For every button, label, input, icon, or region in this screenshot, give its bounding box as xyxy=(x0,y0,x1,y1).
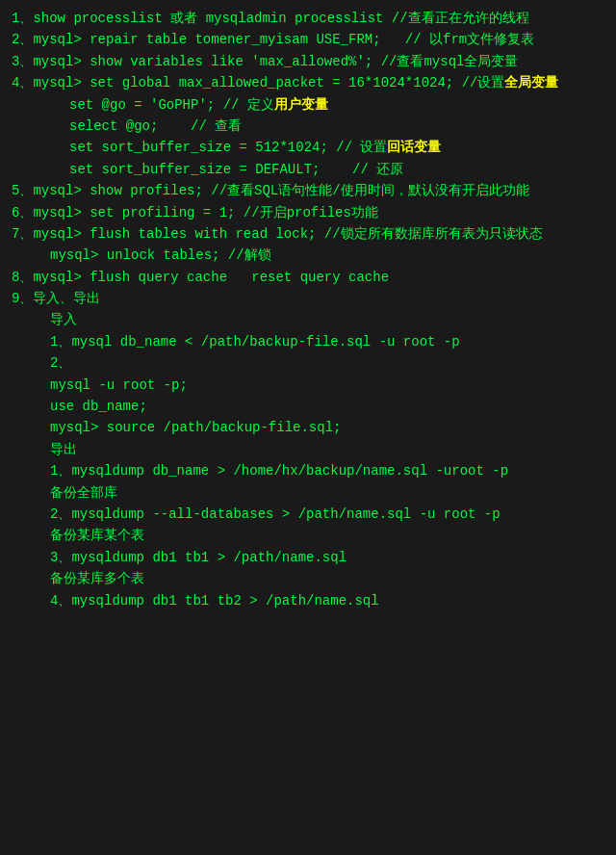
line-9-export-2a: 备份某库某个表 xyxy=(12,525,604,546)
line-9-export-2: 2、mysqldump --all-databases > /path/name… xyxy=(12,504,604,525)
line-9-import-2: 2、 xyxy=(12,352,604,374)
line-9-export-3a: 备份某库多个表 xyxy=(12,568,604,589)
line-9-import-2b: use db_name; xyxy=(12,396,604,417)
line-9-import-2a: mysql -u root -p; xyxy=(12,375,604,396)
line-9-import-1: 1、mysql db_name < /path/backup-file.sql … xyxy=(12,331,604,352)
line-7a: mysql> unlock tables; //解锁 xyxy=(12,245,604,266)
line-4d: set sort_buffer_size = DEFAULT; // 还原 xyxy=(12,159,604,180)
main-content: 1、show processlist 或者 mysqladmin process… xyxy=(12,8,604,611)
line-2: 2、mysql> repair table tomener_myisam USE… xyxy=(12,29,604,50)
line-9-export-1: 1、mysqldump db_name > /home/hx/backup/na… xyxy=(12,460,604,481)
line-4c: set sort_buffer_size = 512*1024; // 设置回话… xyxy=(12,137,604,158)
bold-user-var: 用户变量 xyxy=(274,97,328,113)
line-1: 1、show processlist 或者 mysqladmin process… xyxy=(12,8,604,29)
line-5: 5、mysql> show profiles; //查看SQL语句性能/使用时间… xyxy=(12,180,604,201)
bold-session-var: 回话变量 xyxy=(387,140,441,155)
line-9-import-title: 导入 xyxy=(12,309,604,330)
line-8: 8、mysql> flush query cache reset query c… xyxy=(12,267,604,288)
line-9: 9、导入、导出 xyxy=(12,288,604,309)
line-4b: select @go; // 查看 xyxy=(12,116,604,137)
line-9-export-1a: 备份全部库 xyxy=(12,482,604,504)
line-7: 7、mysql> flush tables with read lock; //… xyxy=(12,223,604,245)
line-9-export-4: 4、mysqldump db1 tb1 tb2 > /path/name.sql xyxy=(12,590,604,611)
line-9-export-3: 3、mysqldump db1 tb1 > /path/name.sql xyxy=(12,547,604,568)
line-9-import-2c: mysql> source /path/backup-file.sql; xyxy=(12,417,604,438)
line-9-export-title: 导出 xyxy=(12,439,604,460)
line-3: 3、mysql> show variables like 'max_allowe… xyxy=(12,51,604,72)
line-4a: set @go = 'GoPHP'; // 定义用户变量 xyxy=(12,94,604,116)
line-6: 6、mysql> set profiling = 1; //开启profiles… xyxy=(12,202,604,223)
line-4: 4、mysql> set global max_allowed_packet =… xyxy=(12,72,604,93)
bold-global-var: 全局变量 xyxy=(504,75,558,91)
